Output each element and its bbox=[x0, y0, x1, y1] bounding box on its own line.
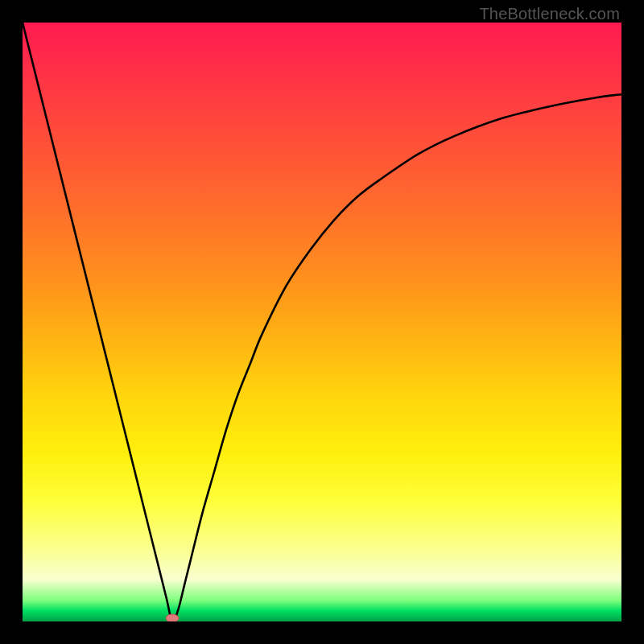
chart-container: TheBottleneck.com bbox=[0, 0, 644, 644]
chart-svg bbox=[23, 23, 621, 621]
bottleneck-curve bbox=[23, 23, 621, 621]
plot-area bbox=[23, 23, 621, 621]
curve-group bbox=[23, 23, 621, 621]
watermark-text: TheBottleneck.com bbox=[479, 5, 620, 23]
minimum-marker bbox=[166, 614, 179, 621]
